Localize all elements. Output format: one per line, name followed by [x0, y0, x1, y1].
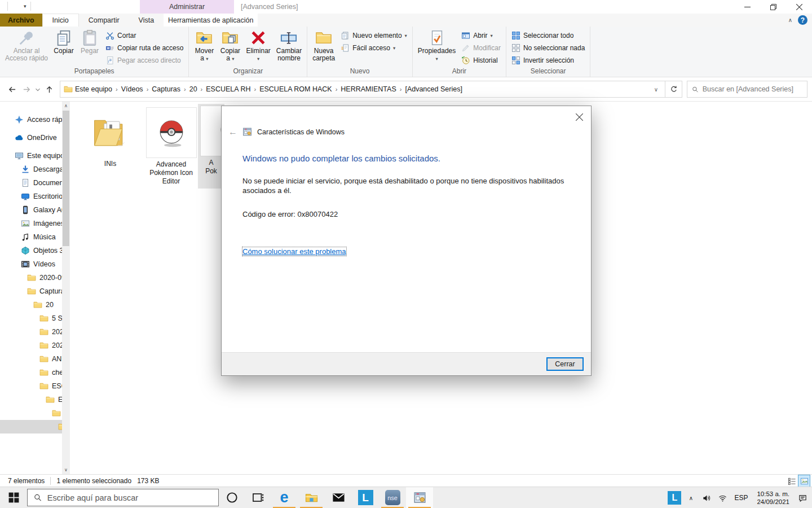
tab-archivo[interactable]: Archivo	[0, 14, 42, 27]
language-indicator[interactable]: ESP	[732, 494, 750, 502]
address-box[interactable]: Este equipo›Vídeos›Capturas›20›ESCUELA R…	[60, 81, 665, 98]
forward-icon[interactable]	[19, 82, 34, 97]
taskbar-mail-icon[interactable]	[325, 487, 352, 508]
breadcrumb-item[interactable]: HERRAMIENTAS	[338, 85, 398, 93]
sidebar-item-20[interactable]: 20	[0, 298, 62, 312]
ribbon-button-propiedades[interactable]: Propiedades▾	[415, 28, 458, 63]
breadcrumb-item[interactable]: [Advanced Series]	[403, 85, 464, 93]
sidebar-item--a[interactable]: [A	[0, 420, 62, 433]
dialog-close-icon[interactable]	[573, 111, 585, 123]
restore-button[interactable]	[760, 0, 786, 14]
sidebar-item-cheats[interactable]: cheats	[0, 366, 62, 379]
tab-inicio[interactable]: Inicio	[42, 14, 79, 27]
sidebar-item-document[interactable]: Document	[0, 176, 62, 190]
cerrar-button[interactable]: Cerrar	[546, 357, 584, 371]
scroll-down-icon[interactable]: ∨	[62, 466, 70, 474]
up-icon[interactable]	[42, 82, 56, 97]
notification-center-icon[interactable]	[796, 494, 809, 502]
help-icon[interactable]: ?	[798, 15, 807, 25]
volume-icon[interactable]	[700, 494, 713, 502]
taskbar-edge-icon[interactable]: e	[271, 487, 298, 508]
ribbon-button-fácil-acceso[interactable]: Fácil acceso▾	[338, 42, 410, 54]
sidebar-item-acceso-rápi[interactable]: Acceso rápi	[0, 113, 62, 126]
breadcrumb-item[interactable]: ESCUELA ROM HACK	[257, 85, 334, 93]
ribbon-button-modificar[interactable]: Modificar	[458, 42, 504, 54]
sidebar-item-escritorio[interactable]: Escritorio	[0, 190, 62, 203]
ribbon-button-nueva-carpeta[interactable]: Nuevacarpeta	[310, 28, 338, 62]
sidebar-item-onedrive[interactable]: OneDrive	[0, 131, 62, 144]
ribbon-button-anclar-al-acceso-rápido[interactable]: Anclar alAcceso rápido	[2, 28, 51, 62]
taskbar-lunar-icon[interactable]: L	[352, 487, 379, 508]
file-item-advanced-pokemon-icon-editor[interactable]: Advanced Pokémon Icon Editor	[144, 106, 198, 186]
taskbar-search[interactable]	[27, 489, 219, 506]
breadcrumb-item[interactable]: Vídeos	[119, 85, 145, 93]
sidebar-item-escu[interactable]: ESCU	[0, 393, 62, 406]
sidebar-item-escue[interactable]: ESCUE	[0, 379, 62, 393]
tab-vista[interactable]: Vista	[129, 14, 164, 27]
start-button[interactable]	[0, 487, 27, 508]
ribbon-button-abrir[interactable]: Abrir▾	[458, 29, 504, 42]
close-button[interactable]	[786, 0, 812, 14]
back-icon[interactable]	[5, 82, 19, 97]
taskbar-nse-icon[interactable]: nse	[379, 487, 406, 508]
refresh-icon[interactable]	[665, 81, 682, 98]
file-item-inis[interactable]: INIs	[83, 106, 137, 168]
sidebar-item-5-savs[interactable]: 5 SAVS	[0, 312, 62, 325]
sidebar-item-a[interactable]: A	[0, 447, 62, 461]
ribbon-button-eliminar[interactable]: Eliminar▾	[243, 28, 273, 63]
dialog-back-icon[interactable]: ←	[228, 128, 237, 137]
taskbar-search-input[interactable]	[47, 493, 212, 502]
minimize-button[interactable]	[734, 0, 760, 14]
ribbon-button-cortar[interactable]: Cortar	[103, 29, 186, 42]
breadcrumb-item[interactable]: 20	[187, 85, 200, 93]
tray-lunar-icon[interactable]: L	[668, 491, 681, 505]
ribbon-button-historial[interactable]: Historial	[458, 54, 504, 67]
tab-compartir[interactable]: Compartir	[79, 14, 129, 27]
ribbon-button-pegar-acceso-directo[interactable]: Pegar acceso directo	[103, 54, 186, 67]
ribbon-button-nuevo-elemento[interactable]: Nuevo elemento▾	[338, 29, 410, 42]
ribbon-button-copiar[interactable]: Copiar	[51, 28, 77, 55]
breadcrumb-item[interactable]: ESCUELA RH	[204, 85, 253, 93]
sidebar-item-andr[interactable]: ANDR	[0, 352, 62, 366]
taskbar-windows-features-icon[interactable]	[406, 487, 433, 508]
sidebar-item-galaxy-a0[interactable]: Galaxy A0	[0, 203, 62, 217]
sidebar-item-2021-0[interactable]: 2021 0	[0, 339, 62, 352]
ribbon-button-invertir-selección[interactable]: Invertir selección	[509, 54, 588, 67]
breadcrumb-item[interactable]: Capturas	[149, 85, 183, 93]
breadcrumb-item[interactable]: Este equipo	[73, 85, 114, 93]
cortana-icon[interactable]	[219, 487, 245, 508]
ribbon-button-copiar-ruta-de-acceso[interactable]: Copiar ruta de acceso	[103, 42, 186, 54]
ribbon-button-mover-a[interactable]: Movera ▾	[191, 28, 217, 63]
qat-customize-chevron-icon[interactable]: ▾	[24, 3, 27, 9]
ribbon-button-copiar-a[interactable]: Copiara ▾	[217, 28, 243, 63]
sidebar-item-este-equipo[interactable]: Este equipo	[0, 149, 62, 163]
recent-locations-chevron-icon[interactable]	[34, 82, 42, 97]
ribbon-button-pegar[interactable]: Pegar	[77, 28, 103, 55]
scrollbar-thumb[interactable]	[63, 111, 69, 246]
scroll-up-icon[interactable]: ∧	[62, 102, 70, 110]
clock[interactable]: 10:53 a. m. 24/09/2021	[753, 490, 793, 506]
file-item-selected[interactable]: A Pok	[198, 104, 224, 189]
task-view-icon[interactable]	[245, 487, 271, 508]
sidebar-item-he[interactable]: HE	[0, 406, 62, 420]
sidebar-item-música[interactable]: Música	[0, 230, 62, 244]
sidebar-item-a[interactable]: A	[0, 461, 62, 474]
ribbon-button-no-seleccionar-nada[interactable]: No seleccionar nada	[509, 42, 588, 54]
collapse-ribbon-chevron-icon[interactable]: ∧	[788, 17, 792, 23]
sidebar-item-objetos-3d[interactable]: Objetos 3D	[0, 244, 62, 257]
contextual-tab-administrar[interactable]: Administrar	[140, 0, 234, 14]
sidebar-item-2020-0[interactable]: 2020 0	[0, 325, 62, 339]
address-dropdown-chevron-icon[interactable]: ∨	[651, 86, 661, 93]
sidebar-item-capturas[interactable]: Capturas	[0, 284, 62, 298]
tray-expand-chevron-icon[interactable]: ∧	[685, 495, 697, 501]
wifi-icon[interactable]	[716, 494, 729, 502]
dialog-help-link[interactable]: Cómo solucionar este problema	[242, 247, 346, 256]
sidebar-item-descargas[interactable]: Descargas	[0, 163, 62, 176]
thumbnail-view-icon[interactable]	[798, 475, 810, 487]
sidebar-item-imágenes[interactable]: Imágenes	[0, 217, 62, 230]
sidebar-item-2020-09[interactable]: 2020-09	[0, 271, 62, 284]
sidebar-item-a[interactable]: A	[0, 433, 62, 447]
explorer-search[interactable]	[687, 81, 807, 98]
explorer-search-input[interactable]	[703, 85, 802, 93]
details-view-icon[interactable]	[786, 475, 797, 487]
